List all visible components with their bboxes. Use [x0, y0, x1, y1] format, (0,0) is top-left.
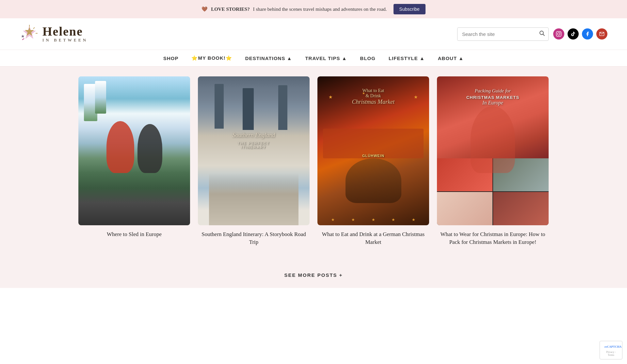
banner-heart: 🤎 — [201, 6, 208, 12]
see-more-plus: + — [339, 272, 343, 278]
post-card-title-2: Southern England Itinerary: A Storybook … — [198, 230, 310, 246]
banner-description: I share behind the scenes travel mishaps… — [253, 7, 387, 12]
svg-line-2 — [33, 27, 35, 29]
banner-love-text: LOVE STORIES? — [211, 7, 250, 12]
svg-line-3 — [22, 39, 24, 40]
nav-shop[interactable]: SHOP — [163, 55, 179, 61]
post-card-title-4: What to Wear for Christmas in Europe: Ho… — [437, 230, 549, 246]
nav-about[interactable]: ABOUT ▲ — [438, 55, 464, 61]
post-card-image-3: ★ ★ ★ What to Eat & Drink Christmas Mark… — [317, 76, 429, 225]
svg-line-5 — [543, 34, 545, 36]
email-link[interactable] — [596, 28, 607, 40]
main-content: Where to Sled in Europe Southern England… — [0, 67, 627, 259]
logo-star-icon — [20, 24, 39, 44]
search-box[interactable] — [457, 27, 549, 41]
tiktok-link[interactable] — [568, 28, 579, 40]
post-card-image-2: Southern England THE PERFECT ITINERARY — [198, 76, 310, 225]
facebook-link[interactable] — [582, 28, 593, 40]
post-card-title-3: What to Eat and Drink at a German Christ… — [317, 230, 429, 246]
logo-area[interactable]: Helene IN BETWEEN — [20, 24, 88, 44]
nav-my-book[interactable]: ⭐MY BOOK!⭐ — [191, 55, 232, 61]
facebook-icon — [585, 31, 590, 37]
social-icons — [553, 28, 607, 40]
see-more-label: SEE MORE POSTS — [284, 272, 337, 278]
post-card-image-1 — [78, 76, 190, 225]
top-banner: 🤎 LOVE STORIES? I share behind the scene… — [0, 0, 627, 18]
nav-travel-tips[interactable]: TRAVEL TIPS ▲ — [305, 55, 347, 61]
email-icon — [599, 31, 604, 37]
logo-helene: Helene — [42, 25, 88, 38]
post-card-title-1: Where to Sled in Europe — [107, 230, 162, 238]
subscribe-button[interactable]: Subscribe — [394, 4, 426, 14]
header-right — [457, 27, 607, 41]
svg-point-8 — [560, 32, 560, 33]
posts-grid: Where to Sled in Europe Southern England… — [78, 76, 549, 246]
instagram-icon — [556, 31, 562, 37]
logo-sub: IN BETWEEN — [42, 38, 88, 43]
search-button[interactable] — [536, 28, 548, 40]
instagram-link[interactable] — [553, 28, 564, 40]
see-more-button[interactable]: SEE MORE POSTS + — [284, 272, 343, 278]
post-card-3[interactable]: ★ ★ ★ What to Eat & Drink Christmas Mark… — [317, 76, 429, 246]
navigation: SHOP ⭐MY BOOK!⭐ DESTINATIONS ▲ TRAVEL TI… — [0, 50, 627, 67]
nav-lifestyle[interactable]: LIFESTYLE ▲ — [389, 55, 425, 61]
search-icon — [539, 30, 545, 36]
post-card-4[interactable]: Packing Guide for CHRISTMAS MARKETS In E… — [437, 76, 549, 246]
search-input[interactable] — [458, 28, 536, 40]
see-more-section: SEE MORE POSTS + — [0, 259, 627, 288]
post-card-1[interactable]: Where to Sled in Europe — [78, 76, 190, 246]
logo-text-block: Helene IN BETWEEN — [42, 25, 88, 43]
svg-point-7 — [557, 33, 560, 35]
nav-destinations[interactable]: DESTINATIONS ▲ — [245, 55, 292, 61]
tiktok-icon — [571, 31, 576, 37]
header: Helene IN BETWEEN — [0, 18, 627, 50]
post-card-image-4: Packing Guide for CHRISTMAS MARKETS In E… — [437, 76, 549, 225]
svg-rect-6 — [556, 32, 561, 37]
post-card-2[interactable]: Southern England THE PERFECT ITINERARY S… — [198, 76, 310, 246]
nav-blog[interactable]: BLOG — [360, 55, 376, 61]
